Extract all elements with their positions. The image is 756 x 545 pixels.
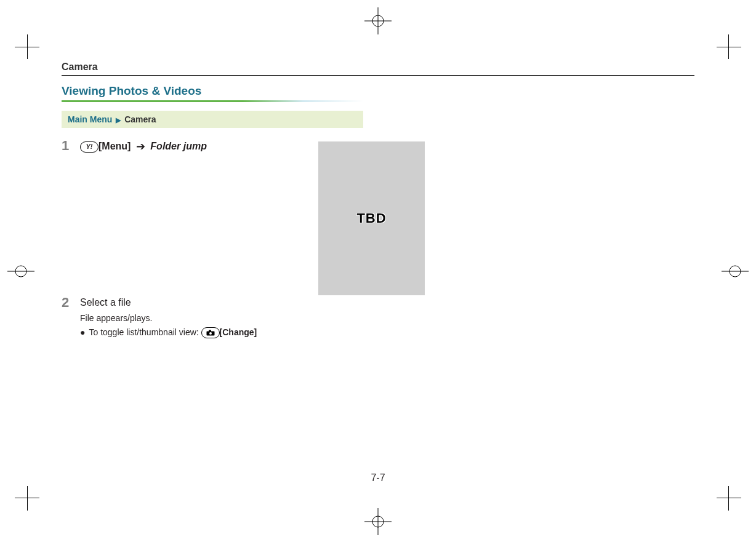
step-2: 2 Select a file File appears/plays. ●To … bbox=[62, 296, 363, 339]
step-1-action: Folder jump bbox=[150, 141, 207, 151]
crop-mark-bl bbox=[15, 486, 39, 511]
crop-mark-tr bbox=[717, 34, 741, 59]
step-1-key-label: [Menu] bbox=[99, 141, 131, 151]
breadcrumb: Main Menu ▶ Camera bbox=[62, 111, 363, 128]
section-header: Camera bbox=[62, 62, 694, 76]
crop-mark-tl bbox=[15, 34, 39, 59]
breadcrumb-separator-icon: ▶ bbox=[116, 116, 121, 124]
registration-mark-bottom bbox=[364, 508, 392, 538]
step-2-body: Select a file bbox=[80, 296, 363, 309]
y-key-icon: Y! bbox=[80, 141, 99, 153]
page-title: Viewing Photos & Videos bbox=[62, 84, 363, 98]
step-2-toggle-key-label: [Change] bbox=[220, 327, 257, 337]
breadcrumb-main: Main Menu bbox=[68, 114, 112, 124]
step-2-toggle-text: To toggle list/thumbnail view: bbox=[89, 327, 201, 337]
svg-point-12 bbox=[209, 332, 212, 335]
step-2-number: 2 bbox=[62, 296, 71, 339]
placeholder-text: TBD bbox=[356, 210, 386, 226]
page-number: 7-7 bbox=[371, 472, 385, 483]
svg-rect-11 bbox=[209, 330, 211, 332]
bullet-icon: ● bbox=[80, 327, 85, 337]
breadcrumb-item: Camera bbox=[124, 114, 156, 124]
title-underline bbox=[62, 100, 363, 102]
registration-mark-right bbox=[722, 262, 749, 283]
step-2-sub: File appears/plays. bbox=[80, 312, 363, 325]
arrow-right-icon: ➔ bbox=[136, 140, 145, 153]
registration-mark-left bbox=[7, 262, 34, 283]
camera-key-icon bbox=[201, 327, 220, 338]
screenshot-placeholder: TBD bbox=[318, 141, 425, 295]
registration-mark-top bbox=[364, 7, 392, 37]
step-1-number: 1 bbox=[62, 139, 71, 154]
crop-mark-br bbox=[717, 486, 741, 511]
